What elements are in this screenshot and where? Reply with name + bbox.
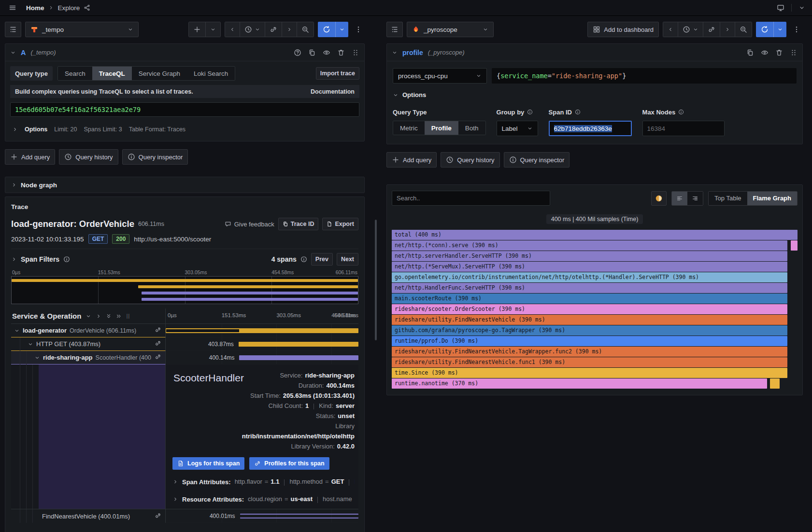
- menu-button[interactable]: [7, 2, 18, 14]
- datasource-picker-tempo[interactable]: _tempo: [25, 22, 139, 37]
- tab-traceql[interactable]: TraceQL: [92, 67, 132, 80]
- disable-query-icon[interactable]: [761, 49, 769, 56]
- span-row-load-generator[interactable]: load-generator OrderVehicle (606.11ms): [11, 324, 358, 337]
- flame-row[interactable]: runtime.nanotime (370 ms): [392, 378, 798, 389]
- flame-row[interactable]: github.com/grafana/pyroscope-go.TagWrapp…: [392, 325, 798, 336]
- query-inspector-button[interactable]: Query inspector: [122, 149, 188, 165]
- query-ref-id[interactable]: profile: [402, 49, 423, 56]
- disable-query-icon[interactable]: [323, 49, 330, 56]
- flame-row[interactable]: net/http.(*ServeMux).ServeHTTP (390 ms): [392, 262, 798, 272]
- give-feedback-button[interactable]: Give feedback: [225, 221, 274, 228]
- zoom-out-button[interactable]: [735, 22, 752, 37]
- row-chevron-icon[interactable]: [34, 355, 40, 361]
- span-row-find-nearest-vehicle[interactable]: FindNearestVehicle (400.01ms) 400.01ms: [11, 509, 358, 523]
- share-icon[interactable]: [84, 4, 90, 11]
- collapse-one-icon[interactable]: [85, 313, 91, 319]
- row-chevron-icon[interactable]: [28, 341, 33, 347]
- options-label[interactable]: Options: [25, 126, 47, 133]
- drag-handle-icon[interactable]: [790, 49, 798, 56]
- flame-graph-toggle[interactable]: Flame Graph: [747, 192, 797, 205]
- expand-all-icon[interactable]: [116, 313, 122, 319]
- flame-row-sibling-block[interactable]: [791, 240, 798, 251]
- right-kebab-button[interactable]: [790, 22, 803, 37]
- flame-row[interactable]: rideshare/utility.FindNearestVehicle.Tag…: [392, 347, 798, 357]
- copy-link-button[interactable]: [703, 22, 720, 37]
- options-chevron-icon[interactable]: [12, 126, 18, 132]
- flame-row[interactable]: go.opentelemetry.io/contrib/instrumentat…: [392, 272, 798, 282]
- max-nodes-input[interactable]: [642, 121, 725, 136]
- labels-query-field[interactable]: {service_name="ride-sharing-app"}: [492, 68, 797, 84]
- time-back-button[interactable]: [225, 22, 240, 37]
- max-nodes-text-input[interactable]: [647, 125, 720, 132]
- duplicate-query-icon[interactable]: [308, 49, 316, 56]
- remove-query-icon[interactable]: [775, 49, 783, 56]
- column-resize-handle[interactable]: ||: [126, 313, 130, 319]
- span-bar[interactable]: [240, 514, 358, 518]
- span-link-icon[interactable]: [155, 326, 161, 333]
- span-link-icon[interactable]: [155, 512, 161, 519]
- collapse-editor-icon[interactable]: [392, 50, 398, 56]
- span-bar[interactable]: [166, 328, 358, 333]
- tab-search[interactable]: Search: [58, 67, 92, 80]
- outline-toggle-button[interactable]: [386, 22, 403, 37]
- flame-row[interactable]: runtime/pprof.Do (390 ms): [392, 336, 798, 346]
- options-toggle[interactable]: Options: [393, 91, 797, 98]
- query-ref-id[interactable]: A: [21, 49, 26, 56]
- datasource-picker-pyroscope[interactable]: _pyroscope: [407, 22, 494, 37]
- trace-id-button[interactable]: Trace ID: [278, 218, 319, 230]
- zoom-out-button[interactable]: [297, 22, 313, 37]
- documentation-link[interactable]: Documentation: [311, 88, 355, 95]
- span-attributes-row[interactable]: Span Attributes: http.flavor=1.1http.met…: [172, 476, 355, 487]
- run-query-button[interactable]: [318, 22, 335, 37]
- prev-span-button[interactable]: Prev: [311, 253, 333, 266]
- flame-row[interactable]: net/http.(*conn).serve (390 ms): [392, 240, 798, 251]
- expand-one-icon[interactable]: [96, 313, 101, 319]
- duplicate-query-icon[interactable]: [746, 49, 754, 56]
- run-query-dropdown[interactable]: [773, 22, 786, 37]
- query-type-metric[interactable]: Metric: [393, 121, 425, 135]
- span-link-icon[interactable]: [155, 353, 161, 360]
- span-bar[interactable]: [239, 355, 358, 360]
- add-dropdown-button[interactable]: [206, 22, 220, 37]
- resource-attributes-row[interactable]: Resource Attributes: cloud.region=us-eas…: [172, 494, 355, 504]
- run-query-button[interactable]: [756, 22, 773, 37]
- query-inspector-button[interactable]: Query inspector: [504, 152, 570, 168]
- remove-query-icon[interactable]: [337, 49, 345, 56]
- color-scheme-button[interactable]: [651, 191, 667, 206]
- align-left-button[interactable]: [672, 192, 687, 205]
- span-link-icon[interactable]: [155, 340, 161, 347]
- add-to-dashboard-button[interactable]: Add to dashboard: [587, 22, 659, 37]
- time-forward-button[interactable]: [282, 22, 297, 37]
- profile-type-select[interactable]: process_cpu-cpu: [393, 68, 487, 84]
- flame-row[interactable]: main.scooterRoute (390 ms): [392, 294, 798, 304]
- node-graph-panel[interactable]: Node graph: [5, 177, 365, 193]
- flame-row[interactable]: rideshare/utility.FindNearestVehicle (39…: [392, 315, 798, 325]
- add-query-button[interactable]: Add query: [386, 152, 437, 168]
- time-forward-button[interactable]: [720, 22, 735, 37]
- next-span-button[interactable]: Next: [337, 253, 358, 266]
- span-bar[interactable]: [239, 342, 358, 347]
- align-right-button[interactable]: [687, 192, 703, 205]
- flame-row[interactable]: net/http.HandlerFunc.ServeHTTP (390 ms): [392, 283, 798, 293]
- row-chevron-icon[interactable]: [14, 328, 20, 334]
- flame-search-input[interactable]: [397, 195, 545, 202]
- time-picker-button[interactable]: [678, 22, 703, 37]
- flame-row[interactable]: total (400 ms): [392, 230, 798, 240]
- profiles-for-span-button[interactable]: Profiles for this span: [249, 457, 329, 470]
- export-button[interactable]: Export: [322, 218, 358, 230]
- breadcrumb-home[interactable]: Home: [26, 4, 44, 12]
- span-filters-label[interactable]: Span Filters: [21, 255, 59, 263]
- add-button[interactable]: [189, 22, 206, 37]
- outline-toggle-button[interactable]: [5, 22, 21, 37]
- breadcrumb-explore[interactable]: Explore: [58, 4, 80, 12]
- left-kebab-button[interactable]: [352, 22, 365, 37]
- flame-row[interactable]: rideshare/utility.FindNearestVehicle.fun…: [392, 357, 798, 367]
- tab-service-graph[interactable]: Service Graph: [132, 67, 187, 80]
- time-picker-button[interactable]: [240, 22, 265, 37]
- logs-for-span-button[interactable]: Logs for this span: [172, 457, 244, 470]
- top-table-toggle[interactable]: Top Table: [709, 192, 747, 205]
- trace-minimap[interactable]: [11, 276, 358, 304]
- run-query-dropdown[interactable]: [335, 22, 348, 37]
- import-trace-button[interactable]: Import trace: [316, 67, 359, 80]
- traceql-query-input[interactable]: 15e6d605b07e54f16a2f56321aea2e79: [10, 102, 359, 117]
